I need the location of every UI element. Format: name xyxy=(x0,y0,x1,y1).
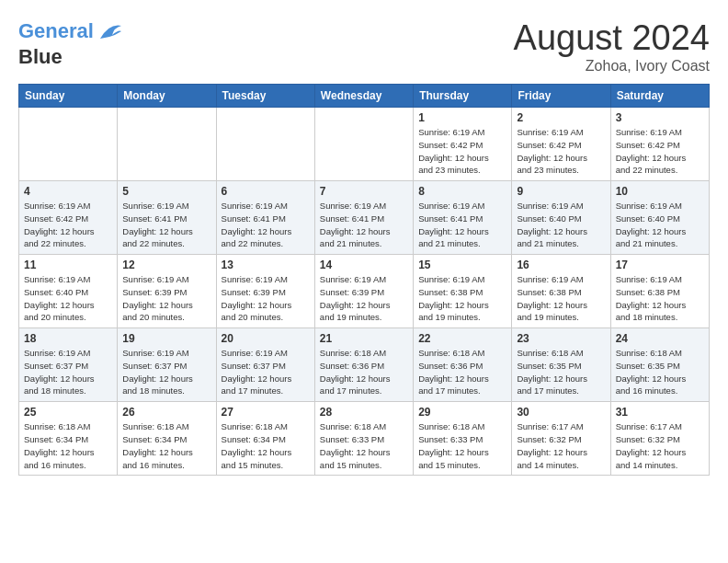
day-info: Sunrise: 6:19 AM Sunset: 6:39 PM Dayligh… xyxy=(320,273,408,324)
calendar-cell: 31Sunrise: 6:17 AM Sunset: 6:32 PM Dayli… xyxy=(610,402,709,476)
col-header-friday: Friday xyxy=(512,85,610,108)
month-title: August 2024 xyxy=(514,18,710,58)
col-header-saturday: Saturday xyxy=(610,85,709,108)
calendar-cell xyxy=(19,108,118,181)
day-number: 20 xyxy=(222,332,310,345)
day-number: 22 xyxy=(418,332,506,345)
logo-bird-icon xyxy=(96,18,123,46)
day-number: 10 xyxy=(616,185,704,198)
day-info: Sunrise: 6:19 AM Sunset: 6:40 PM Dayligh… xyxy=(517,200,605,250)
calendar-cell: 13Sunrise: 6:19 AM Sunset: 6:39 PM Dayli… xyxy=(216,255,314,328)
calendar-cell: 24Sunrise: 6:18 AM Sunset: 6:35 PM Dayli… xyxy=(610,328,709,402)
calendar-cell: 16Sunrise: 6:19 AM Sunset: 6:38 PM Dayli… xyxy=(512,255,610,328)
day-info: Sunrise: 6:19 AM Sunset: 6:42 PM Dayligh… xyxy=(24,200,112,250)
day-number: 30 xyxy=(517,406,605,419)
day-info: Sunrise: 6:19 AM Sunset: 6:42 PM Dayligh… xyxy=(616,126,704,177)
day-number: 9 xyxy=(517,185,605,198)
col-header-tuesday: Tuesday xyxy=(216,85,314,108)
day-number: 2 xyxy=(517,111,605,124)
day-info: Sunrise: 6:19 AM Sunset: 6:41 PM Dayligh… xyxy=(122,200,210,250)
day-number: 6 xyxy=(222,185,310,198)
day-number: 28 xyxy=(320,406,408,419)
day-info: Sunrise: 6:18 AM Sunset: 6:36 PM Dayligh… xyxy=(320,347,408,397)
calendar-cell: 3Sunrise: 6:19 AM Sunset: 6:42 PM Daylig… xyxy=(610,108,709,181)
calendar-table: SundayMondayTuesdayWednesdayThursdayFrid… xyxy=(18,84,710,476)
day-number: 3 xyxy=(616,111,704,124)
day-info: Sunrise: 6:17 AM Sunset: 6:32 PM Dayligh… xyxy=(616,420,704,471)
calendar-cell: 6Sunrise: 6:19 AM Sunset: 6:41 PM Daylig… xyxy=(216,181,314,255)
col-header-monday: Monday xyxy=(118,85,216,108)
calendar-cell: 1Sunrise: 6:19 AM Sunset: 6:42 PM Daylig… xyxy=(414,108,512,181)
day-number: 21 xyxy=(320,332,408,345)
col-header-sunday: Sunday xyxy=(19,85,118,108)
day-info: Sunrise: 6:19 AM Sunset: 6:41 PM Dayligh… xyxy=(320,200,408,250)
calendar-cell: 2Sunrise: 6:19 AM Sunset: 6:42 PM Daylig… xyxy=(512,108,610,181)
day-info: Sunrise: 6:19 AM Sunset: 6:40 PM Dayligh… xyxy=(616,200,704,250)
calendar-cell: 5Sunrise: 6:19 AM Sunset: 6:41 PM Daylig… xyxy=(118,181,216,255)
day-info: Sunrise: 6:19 AM Sunset: 6:37 PM Dayligh… xyxy=(222,347,310,397)
day-info: Sunrise: 6:18 AM Sunset: 6:34 PM Dayligh… xyxy=(122,420,210,471)
logo-text: General Blue xyxy=(18,18,123,68)
day-info: Sunrise: 6:18 AM Sunset: 6:36 PM Dayligh… xyxy=(418,347,506,397)
location: Zohoa, Ivory Coast xyxy=(514,58,710,75)
col-header-wednesday: Wednesday xyxy=(314,85,413,108)
calendar-cell: 12Sunrise: 6:19 AM Sunset: 6:39 PM Dayli… xyxy=(118,255,216,328)
day-info: Sunrise: 6:19 AM Sunset: 6:37 PM Dayligh… xyxy=(122,347,210,397)
day-number: 14 xyxy=(320,259,408,271)
calendar-cell: 28Sunrise: 6:18 AM Sunset: 6:33 PM Dayli… xyxy=(314,402,413,476)
day-number: 4 xyxy=(24,185,112,198)
calendar-cell: 4Sunrise: 6:19 AM Sunset: 6:42 PM Daylig… xyxy=(19,181,118,255)
calendar-cell: 9Sunrise: 6:19 AM Sunset: 6:40 PM Daylig… xyxy=(512,181,610,255)
calendar-cell: 11Sunrise: 6:19 AM Sunset: 6:40 PM Dayli… xyxy=(19,255,118,328)
logo: General Blue xyxy=(18,18,123,68)
day-info: Sunrise: 6:19 AM Sunset: 6:39 PM Dayligh… xyxy=(222,273,310,324)
calendar-cell xyxy=(314,108,413,181)
day-number: 8 xyxy=(418,185,506,198)
day-number: 27 xyxy=(222,406,310,419)
calendar-cell: 17Sunrise: 6:19 AM Sunset: 6:38 PM Dayli… xyxy=(610,255,709,328)
calendar-cell xyxy=(216,108,314,181)
day-info: Sunrise: 6:19 AM Sunset: 6:39 PM Dayligh… xyxy=(122,273,210,324)
day-number: 29 xyxy=(418,406,506,419)
calendar-cell: 14Sunrise: 6:19 AM Sunset: 6:39 PM Dayli… xyxy=(314,255,413,328)
day-info: Sunrise: 6:18 AM Sunset: 6:34 PM Dayligh… xyxy=(24,420,112,471)
day-number: 26 xyxy=(122,406,210,419)
calendar-cell xyxy=(118,108,216,181)
day-number: 17 xyxy=(616,259,704,271)
day-info: Sunrise: 6:18 AM Sunset: 6:35 PM Dayligh… xyxy=(616,347,704,397)
calendar-cell: 8Sunrise: 6:19 AM Sunset: 6:41 PM Daylig… xyxy=(414,181,512,255)
day-number: 5 xyxy=(122,185,210,198)
day-info: Sunrise: 6:19 AM Sunset: 6:42 PM Dayligh… xyxy=(517,126,605,177)
day-number: 18 xyxy=(24,332,112,345)
day-number: 16 xyxy=(517,259,605,271)
calendar-cell: 22Sunrise: 6:18 AM Sunset: 6:36 PM Dayli… xyxy=(414,328,512,402)
day-info: Sunrise: 6:17 AM Sunset: 6:32 PM Dayligh… xyxy=(517,420,605,471)
calendar-cell: 30Sunrise: 6:17 AM Sunset: 6:32 PM Dayli… xyxy=(512,402,610,476)
day-info: Sunrise: 6:19 AM Sunset: 6:40 PM Dayligh… xyxy=(24,273,112,324)
day-info: Sunrise: 6:19 AM Sunset: 6:38 PM Dayligh… xyxy=(517,273,605,324)
day-info: Sunrise: 6:19 AM Sunset: 6:37 PM Dayligh… xyxy=(24,347,112,397)
day-number: 11 xyxy=(24,259,112,271)
page-header: General Blue August 2024 Zohoa, Ivory Co… xyxy=(18,18,710,75)
day-info: Sunrise: 6:18 AM Sunset: 6:33 PM Dayligh… xyxy=(418,420,506,471)
calendar-cell: 15Sunrise: 6:19 AM Sunset: 6:38 PM Dayli… xyxy=(414,255,512,328)
day-info: Sunrise: 6:18 AM Sunset: 6:34 PM Dayligh… xyxy=(222,420,310,471)
day-number: 7 xyxy=(320,185,408,198)
day-number: 1 xyxy=(418,111,506,124)
calendar-cell: 25Sunrise: 6:18 AM Sunset: 6:34 PM Dayli… xyxy=(19,402,118,476)
calendar-cell: 26Sunrise: 6:18 AM Sunset: 6:34 PM Dayli… xyxy=(118,402,216,476)
day-number: 13 xyxy=(222,259,310,271)
calendar-cell: 20Sunrise: 6:19 AM Sunset: 6:37 PM Dayli… xyxy=(216,328,314,402)
calendar-cell: 7Sunrise: 6:19 AM Sunset: 6:41 PM Daylig… xyxy=(314,181,413,255)
day-number: 31 xyxy=(616,406,704,419)
day-number: 12 xyxy=(122,259,210,271)
calendar-cell: 21Sunrise: 6:18 AM Sunset: 6:36 PM Dayli… xyxy=(314,328,413,402)
calendar-cell: 23Sunrise: 6:18 AM Sunset: 6:35 PM Dayli… xyxy=(512,328,610,402)
title-block: August 2024 Zohoa, Ivory Coast xyxy=(514,18,710,75)
col-header-thursday: Thursday xyxy=(414,85,512,108)
day-info: Sunrise: 6:18 AM Sunset: 6:33 PM Dayligh… xyxy=(320,420,408,471)
calendar-cell: 29Sunrise: 6:18 AM Sunset: 6:33 PM Dayli… xyxy=(414,402,512,476)
day-info: Sunrise: 6:18 AM Sunset: 6:35 PM Dayligh… xyxy=(517,347,605,397)
day-number: 24 xyxy=(616,332,704,345)
day-info: Sunrise: 6:19 AM Sunset: 6:41 PM Dayligh… xyxy=(222,200,310,250)
